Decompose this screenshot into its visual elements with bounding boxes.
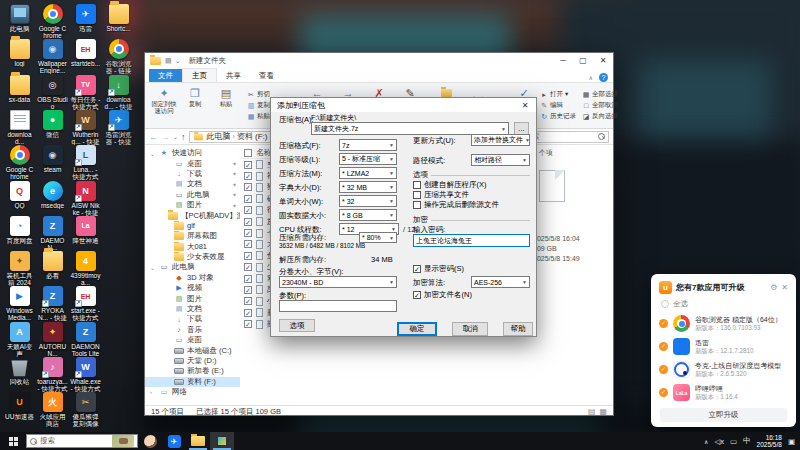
desktop-icon-27[interactable]: W↗Wuthering... - 快捷方式 (70, 110, 101, 145)
updater-close-icon[interactable]: ✕ (781, 283, 788, 292)
desktop-icon-38[interactable]: ↓↗download... - 快捷方式 (103, 75, 134, 110)
file-checkbox[interactable]: ✓ (244, 161, 252, 169)
sidebar-quick-4[interactable]: ▨图片✦ (145, 200, 240, 210)
desktop-icon-11[interactable]: UUU加速器 (4, 392, 35, 420)
up-icon[interactable]: ↑ (181, 132, 186, 142)
sidebar-quick-access[interactable]: ⌄★快速访问 (145, 148, 240, 158)
sidebar-pc-5[interactable]: ♪音乐 (145, 325, 240, 335)
sidebar-pc-1[interactable]: ▶视频 (145, 283, 240, 293)
file-checkbox[interactable]: ✓ (244, 229, 252, 237)
desktop-icon-5[interactable]: QQQ (4, 181, 35, 209)
desktop-icon-3[interactable]: download... (4, 110, 35, 145)
taskbar-explorer[interactable] (186, 432, 210, 450)
desktop-icon-28[interactable]: L↗Luna... - 快捷方式 (70, 145, 101, 180)
file-checkbox[interactable]: ✓ (244, 218, 252, 226)
volume-size-combo[interactable]: 23040M - BD▼ (279, 276, 397, 288)
sidebar-pc-4[interactable]: ↓下载 (145, 314, 240, 324)
network-icon[interactable]: ▭ (730, 437, 737, 446)
desktop-icon-15[interactable]: ●微信 (37, 110, 68, 138)
file-checkbox[interactable]: ✓ (244, 297, 252, 305)
desktop-icon-17[interactable]: emsedge (37, 181, 68, 209)
desktop-icon-21[interactable]: ✦AUTORUN... (37, 322, 68, 357)
desktop-icon-6[interactable]: ◔百度网盘 (4, 216, 35, 244)
file-checkbox[interactable]: ✓ (244, 320, 252, 328)
parameters-input[interactable] (279, 300, 397, 312)
show-password-checkbox[interactable]: ✓显示密码(S) (413, 264, 464, 274)
path-mode-combo[interactable]: 相对路径▼ (471, 154, 530, 166)
desktop-icon-10[interactable]: 回收站 (4, 357, 35, 385)
desktop-icon-29[interactable]: N↗AISW Nikke - 快捷方式 (70, 181, 101, 216)
dialog-field-combo-3[interactable]: * 32 MB▼ (339, 181, 397, 193)
taskbar-search[interactable]: 搜索 (26, 434, 138, 448)
quick-access-toolbar-icon[interactable]: ▤ (165, 57, 172, 65)
desktop-icon-25[interactable]: EHstartdeb... (70, 39, 101, 67)
sidebar-network[interactable]: ›▭网络 (145, 387, 240, 397)
desktop-icon-37[interactable]: 谷歌浏览器 - 链接 (103, 39, 134, 74)
desktop-icon-30[interactable]: La降世神通 (70, 216, 101, 244)
sidebar-quick-2[interactable]: ▤文档✦ (145, 179, 240, 189)
desktop-icon-34[interactable]: W↗Whale.exe - 快捷方式 (70, 357, 101, 392)
dialog-checkbox-1[interactable]: 压缩共享文件 (413, 190, 469, 200)
desktop-icon-36[interactable]: Shortc... (103, 4, 134, 32)
quick-access-dropdown-icon[interactable]: ⌄ (175, 57, 181, 65)
desktop-icon-20[interactable]: Z↗RYOKAN... - 快捷方式 (37, 286, 68, 321)
app-checked-icon[interactable]: ✓ (659, 342, 668, 351)
dialog-checkbox-0[interactable]: 创建自解压程序(X) (413, 180, 487, 190)
ok-button[interactable]: 确定 (397, 322, 437, 336)
desktop-icon-33[interactable]: ZDAEMON Tools Lite (70, 322, 101, 357)
sidebar-quick-0[interactable]: ▭桌面✦ (145, 158, 240, 168)
desktop-icon-14[interactable]: ◎OBS Studio (37, 75, 68, 110)
clock[interactable]: 16:18 2025/5/8 (757, 434, 782, 449)
recent-locations-icon[interactable]: ⌄ (173, 133, 178, 140)
sidebar-quick-7[interactable]: 屏幕截图 (145, 231, 240, 241)
dialog-field-combo-1[interactable]: 5 - 标准压缩▼ (339, 153, 397, 165)
start-button[interactable] (0, 432, 26, 450)
dialog-checkbox-2[interactable]: 操作完成后删除源文件 (413, 200, 499, 210)
select-all-checkbox[interactable] (244, 149, 252, 157)
sidebar-quick-6[interactable]: gif (145, 221, 240, 231)
password-input[interactable]: 上兔王论坛海兔王 (413, 234, 530, 247)
desktop-icon-23[interactable]: 火火绒应用商店 (37, 392, 68, 427)
help-button[interactable]: 帮助 (503, 322, 533, 336)
update-mode-combo[interactable]: 添加并替换文件▼ (471, 134, 530, 146)
file-checkbox[interactable]: ✓ (244, 309, 252, 317)
file-checkbox[interactable]: ✓ (244, 263, 252, 271)
sidebar-quick-9[interactable]: 少女表效屋 (145, 252, 240, 262)
encryption-method-combo[interactable]: AES-256▼ (471, 276, 530, 288)
desktop-icon-1[interactable]: logi (4, 39, 35, 67)
minimize-button[interactable]: ─ (553, 53, 573, 69)
update-app-row-2[interactable]: ✓夸克-上线自研深度思考模型新版本：2.6.5.320 (651, 358, 796, 381)
app-checked-icon[interactable]: ✓ (659, 319, 668, 328)
desktop-icon-16[interactable]: ◉steam (37, 145, 68, 173)
tray-expand-icon[interactable]: ∧ (704, 438, 708, 445)
desktop-icon-7[interactable]: ✦装机工具箱 2024 (4, 251, 35, 286)
options-button[interactable]: 选项 (279, 319, 315, 332)
desktop-icon-8[interactable]: ▶Windows Media... (4, 286, 35, 321)
dialog-field-combo-2[interactable]: * LZMA2▼ (339, 167, 397, 179)
breadcrumb-segment-0[interactable]: 此电脑 (207, 132, 231, 141)
dialog-field-combo-4[interactable]: * 32▼ (339, 195, 397, 207)
sidebar-quick-8[interactable]: 大081 (145, 242, 240, 252)
file-checkbox[interactable]: ✓ (244, 240, 252, 248)
taskbar-image-app[interactable] (210, 432, 234, 450)
ribbon-history-button[interactable]: ↻历史记录 (540, 112, 576, 121)
sidebar-quick-3[interactable]: ▭此电脑✦ (145, 190, 240, 200)
desktop-icon-18[interactable]: ZDAEMON... (37, 216, 68, 251)
file-checkbox[interactable]: ✓ (244, 286, 252, 294)
sidebar-pc-9[interactable]: 新加卷 (E:) (145, 366, 240, 376)
desktop-icon-39[interactable]: ✈↗迅雷浏览器 - 快捷方式 (103, 110, 134, 145)
desktop-icon-35[interactable]: ✂傻瓜猴弹复刻偶像师 (70, 392, 101, 427)
ribbon-collapse-icon[interactable]: ∧ (589, 74, 593, 81)
desktop-icon-32[interactable]: EH↗start.exe - 快捷方式 (70, 286, 101, 321)
ribbon-pin-button[interactable]: ✦固定到快速访问 (149, 85, 179, 126)
desktop-icon-22[interactable]: ♪↗toaruzya... - 快捷方式 (37, 357, 68, 392)
maximize-button[interactable]: ▢ (573, 53, 593, 69)
ribbon-selinv-button[interactable]: ◪反向选择 (582, 112, 618, 121)
tab-file[interactable]: 文件 (149, 69, 182, 82)
desktop-icon-12[interactable]: Google Chrome (37, 4, 68, 39)
taskbar-thunder-app[interactable]: ✈ (162, 432, 186, 450)
sidebar-pc-0[interactable]: ◆3D 对象 (145, 273, 240, 283)
desktop-icon-9[interactable]: A天籁AI变声 (4, 322, 35, 357)
memory-percent-combo[interactable]: * 80%▼ (359, 232, 397, 243)
app-checked-icon[interactable]: ✓ (659, 365, 668, 374)
